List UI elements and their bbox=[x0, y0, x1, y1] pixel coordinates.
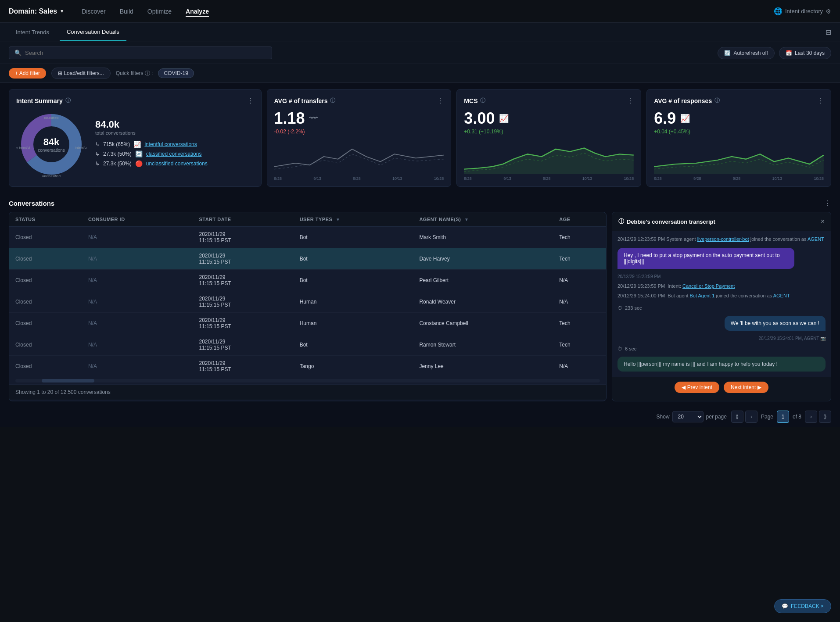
row-status: Closed bbox=[9, 313, 82, 334]
load-filter-label: ⊞ Load/edit filters... bbox=[58, 70, 104, 76]
svg-text:non-intentful: non-intentful bbox=[16, 146, 30, 149]
feedback-button[interactable]: 💬 FEEDBACK × bbox=[774, 599, 831, 613]
intent-total-label: total conversations bbox=[95, 130, 254, 136]
filter-tag-covid[interactable]: COVID-19 bbox=[158, 68, 194, 78]
mcs-menu-icon[interactable]: ⋮ bbox=[627, 97, 634, 105]
nav-links: Discover Build Optimize Analyze bbox=[82, 6, 774, 17]
avg-transfers-chart: 8/28 9/13 9/28 10/13 10/28 bbox=[274, 139, 444, 174]
liveperson-controller-bot-link[interactable]: liveperson-controller-bot bbox=[697, 236, 749, 242]
svg-text:classified: classified bbox=[44, 116, 59, 120]
bot-agent-1-link[interactable]: Bot Agent 1 bbox=[690, 293, 715, 298]
transcript-info-icon: ⓘ bbox=[618, 218, 624, 225]
row-agent-name: Ramon Stewart bbox=[413, 334, 553, 356]
per-page-select[interactable]: 20 50 100 bbox=[672, 411, 704, 422]
row-age: Tech bbox=[553, 227, 606, 248]
avg-responses-chart: 9/28 9/28 9/28 10/13 10/28 bbox=[654, 139, 824, 174]
mcs-info-icon[interactable]: ⓘ bbox=[480, 97, 485, 104]
table-header-row: STATUS CONSUMER ID START DATE USER TYPES… bbox=[9, 212, 606, 227]
avg-responses-trend-icon: 📈 bbox=[680, 114, 690, 123]
row-agent-name: Jenny Lee bbox=[413, 356, 553, 377]
settings-icon: ⚙ bbox=[826, 8, 831, 15]
tab-intent-trends[interactable]: Intent Trends bbox=[9, 24, 56, 41]
mcs-title: MCS ⓘ bbox=[464, 97, 485, 104]
row-consumer-id: N/A bbox=[82, 227, 193, 248]
mcs-trend-icon: 📈 bbox=[499, 114, 509, 123]
search-input[interactable] bbox=[25, 50, 266, 56]
row-age: N/A bbox=[553, 291, 606, 313]
intent-directory-link[interactable]: 🌐 Intent directory ⚙ bbox=[774, 7, 831, 15]
avg-responses-card: AVG # of responses ⓘ ⋮ 6.9 📈 +0.04 (+0.4… bbox=[646, 89, 831, 187]
agent-names-sort-icon: ▼ bbox=[464, 217, 469, 222]
avg-transfers-trend-icon: 〰 bbox=[309, 114, 317, 123]
next-page-button[interactable]: › bbox=[805, 411, 817, 423]
nav-build[interactable]: Build bbox=[120, 6, 133, 17]
classified-conversations-link[interactable]: classified conversations bbox=[146, 151, 202, 157]
show-per-page: Show 20 50 100 per page bbox=[657, 411, 727, 422]
row-start-date: 2020/11/29 11:15:15 PST bbox=[193, 248, 293, 270]
autorefresh-button[interactable]: 🔄 Autorefresh off bbox=[718, 47, 775, 59]
table-row[interactable]: Closed N/A 2020/11/29 11:15:15 PST Human… bbox=[9, 313, 606, 334]
prev-intent-label: ◀ Prev intent bbox=[682, 384, 712, 390]
nav-discover[interactable]: Discover bbox=[82, 6, 105, 17]
first-page-button[interactable]: ⟪ bbox=[731, 411, 743, 423]
horizontal-scrollbar[interactable] bbox=[15, 379, 600, 382]
conversations-menu-icon[interactable]: ⋮ bbox=[824, 199, 831, 207]
intent-stat-2: ↳ 27.3k (50%) 🔴 unclassified conversatio… bbox=[95, 160, 254, 167]
current-page-button[interactable]: 1 bbox=[777, 411, 789, 423]
last-page-button[interactable]: ⟫ bbox=[819, 411, 831, 423]
col-agent-names[interactable]: AGENT NAME(S) ▼ bbox=[413, 212, 553, 227]
avg-transfers-x-labels: 8/28 9/13 9/28 10/13 10/28 bbox=[274, 176, 444, 181]
row-agent-name: Ronald Weaver bbox=[413, 291, 553, 313]
intent-summary-info-icon[interactable]: ⓘ bbox=[65, 97, 71, 104]
filter-settings-icon[interactable]: ⊟ bbox=[826, 28, 831, 36]
load-filter-button[interactable]: ⊞ Load/edit filters... bbox=[51, 68, 111, 79]
col-user-types[interactable]: USER TYPES ▼ bbox=[294, 212, 413, 227]
donut-center: 84k conversations bbox=[38, 136, 65, 153]
intent-summary-header: Intent Summary ⓘ ⋮ bbox=[16, 97, 254, 105]
nav-optimize[interactable]: Optimize bbox=[147, 6, 172, 17]
transcript-panel: ⓘ Debbie's conversation transcript × 20/… bbox=[612, 212, 831, 401]
intent-summary-menu-icon[interactable]: ⋮ bbox=[247, 97, 254, 105]
last30-button[interactable]: 📅 Last 30 days bbox=[779, 47, 831, 59]
transcript-footer: ◀ Prev intent Next intent ▶ bbox=[612, 377, 831, 401]
mcs-card: MCS ⓘ ⋮ 3.00 📈 +0.31 (+10.19%) 8/28 9/13… bbox=[456, 89, 641, 187]
row-consumer-id: N/A bbox=[82, 313, 193, 334]
prev-page-button[interactable]: ‹ bbox=[745, 411, 757, 423]
table-row[interactable]: Closed N/A 2020/11/29 11:15:15 PST Bot D… bbox=[9, 248, 606, 270]
globe-icon: 🌐 bbox=[774, 7, 783, 15]
table-row[interactable]: Closed N/A 2020/11/29 11:15:15 PST Bot M… bbox=[9, 227, 606, 248]
avg-transfers-header: AVG # of transfers ⓘ ⋮ bbox=[274, 97, 444, 105]
avg-transfers-menu-icon[interactable]: ⋮ bbox=[437, 97, 444, 105]
intentful-conversations-link[interactable]: intentful conversations bbox=[144, 141, 197, 147]
donut-chart: classified intentful unclassified non-in… bbox=[16, 109, 86, 179]
table-footer-text: Showing 1 to 20 of 12,500 conversations bbox=[15, 389, 111, 395]
table-row[interactable]: Closed N/A 2020/11/29 11:15:15 PST Bot P… bbox=[9, 270, 606, 291]
transcript-header: ⓘ Debbie's conversation transcript × bbox=[612, 212, 831, 231]
transcript-close-button[interactable]: × bbox=[821, 218, 825, 225]
intent-cancel-stop-link[interactable]: Cancel or Stop Payment bbox=[682, 283, 735, 289]
col-status: STATUS bbox=[9, 212, 82, 227]
next-intent-button[interactable]: Next intent ▶ bbox=[724, 382, 768, 393]
timer-233: ⏱ 233 sec bbox=[617, 305, 826, 311]
add-filter-button[interactable]: + Add filter bbox=[9, 68, 46, 79]
user-msg-timestamp: 20/12/29 15:23:59 PM bbox=[617, 274, 826, 279]
avg-responses-menu-icon[interactable]: ⋮ bbox=[817, 97, 824, 105]
transcript-title: ⓘ Debbie's conversation transcript bbox=[618, 218, 715, 225]
tab-conversation-details[interactable]: Conversation Details bbox=[60, 23, 126, 41]
timer-value-2: 6 sec bbox=[625, 346, 636, 351]
prev-intent-button[interactable]: ◀ Prev intent bbox=[675, 382, 719, 393]
row-user-type: Human bbox=[294, 291, 413, 313]
table-row[interactable]: Closed N/A 2020/11/29 11:15:15 PST Human… bbox=[9, 291, 606, 313]
toolbar: 🔍 🔄 Autorefresh off 📅 Last 30 days bbox=[0, 42, 840, 64]
avg-responses-info-icon[interactable]: ⓘ bbox=[714, 97, 720, 104]
avg-transfers-info-icon[interactable]: ⓘ bbox=[330, 97, 335, 104]
row-status: Closed bbox=[9, 227, 82, 248]
table-row[interactable]: Closed N/A 2020/11/29 11:15:15 PST Bot R… bbox=[9, 334, 606, 356]
nav-analyze[interactable]: Analyze bbox=[186, 6, 209, 17]
svg-text:intentful: intentful bbox=[75, 146, 86, 150]
domain-selector[interactable]: Domain: Sales ▼ bbox=[9, 7, 64, 15]
feedback-icon: 💬 bbox=[782, 603, 788, 609]
unclassified-conversations-link[interactable]: unclassified conversations bbox=[146, 161, 208, 167]
row-status: Closed bbox=[9, 291, 82, 313]
table-row[interactable]: Closed N/A 2020/11/29 11:15:15 PST Tango… bbox=[9, 356, 606, 377]
